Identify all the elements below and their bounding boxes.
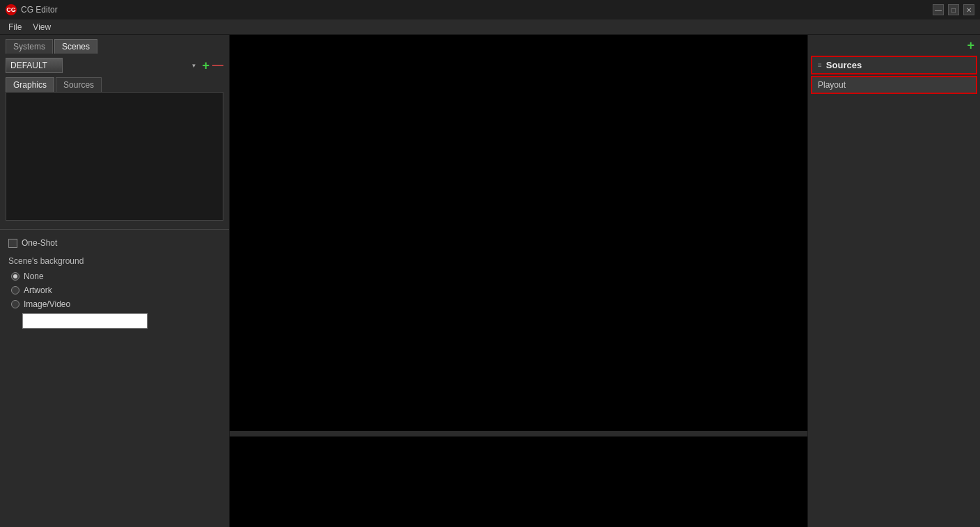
scene-background-label: Scene's background [8,256,221,266]
canvas-divider [230,431,807,436]
menu-bar: File View [0,19,980,35]
radio-artwork-row: Artwork [8,285,221,295]
tab-sources[interactable]: Sources [56,77,102,92]
minimize-button[interactable]: — [933,4,944,15]
sources-header: ≡ Sources [811,56,977,74]
app-icon: CG [6,4,17,15]
scene-dropdown[interactable]: DEFAULT [6,58,63,73]
top-tabs: Systems Scenes [0,35,229,54]
left-preview-canvas [6,92,223,221]
app-title: CG Editor [21,5,58,15]
right-add-button[interactable]: + [967,39,974,52]
one-shot-checkbox[interactable] [8,239,17,248]
one-shot-label: One-Shot [22,238,57,248]
window-controls: — □ ✕ [933,4,974,15]
image-video-input-field[interactable] [22,313,148,329]
radio-none-row: None [8,272,221,281]
left-panel: Systems Scenes DEFAULT + — Graphics Sour… [0,35,230,527]
radio-imagevideo-label: Image/Video [24,299,70,309]
main-canvas-top [230,35,807,431]
radio-artwork[interactable] [11,286,19,294]
radio-none[interactable] [11,272,19,281]
sources-icon: ≡ [818,61,822,69]
radio-imagevideo-row: Image/Video [8,299,221,309]
center-panel [230,35,807,527]
sources-title: Sources [826,60,862,70]
main-canvas-bottom [230,436,807,527]
radio-none-label: None [24,272,44,281]
inner-tabs: Graphics Sources [0,77,229,92]
tab-scenes[interactable]: Scenes [54,39,97,54]
scene-dropdown-row: DEFAULT + — [0,54,229,77]
separator [0,229,229,230]
close-button[interactable]: ✕ [963,4,974,15]
right-top-bar: + [808,35,980,56]
right-panel: + ≡ Sources Playout [807,35,980,527]
menu-file[interactable]: File [3,21,27,33]
remove-scene-button[interactable]: — [212,60,223,71]
tab-systems[interactable]: Systems [6,39,53,54]
one-shot-row: One-Shot [8,238,221,248]
add-scene-button[interactable]: + [202,59,210,72]
tab-graphics[interactable]: Graphics [6,77,54,92]
menu-view[interactable]: View [27,21,56,33]
main-layout: Systems Scenes DEFAULT + — Graphics Sour… [0,35,980,527]
title-bar: CG CG Editor — □ ✕ [0,0,980,19]
radio-artwork-label: Artwork [24,285,52,295]
scene-dropdown-wrapper: DEFAULT [6,58,199,73]
maximize-button[interactable]: □ [948,4,959,15]
options-area: One-Shot Scene's background None Artwork… [0,233,229,527]
playout-item[interactable]: Playout [811,76,977,94]
radio-imagevideo[interactable] [11,300,19,308]
